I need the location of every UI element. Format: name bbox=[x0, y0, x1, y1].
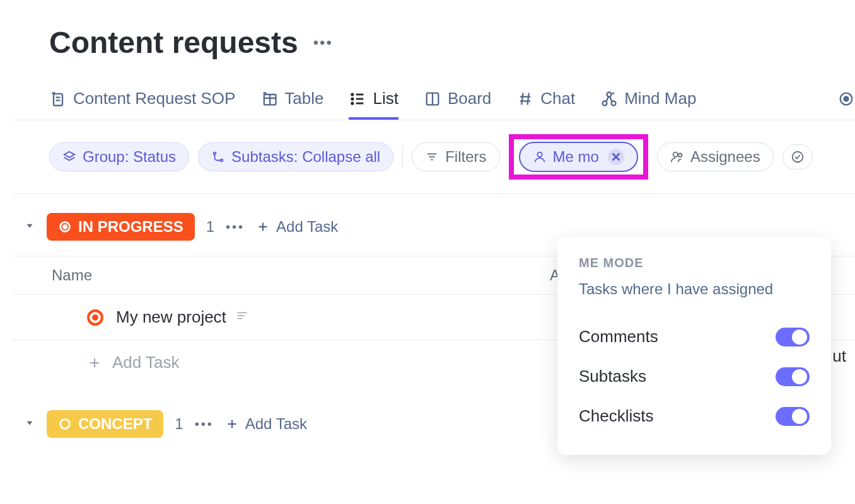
toggle-checklists: Checklists bbox=[579, 396, 810, 436]
popover-subtitle: Tasks where I have assigned bbox=[579, 280, 810, 298]
group-chip[interactable]: Group: Status bbox=[49, 142, 189, 171]
svg-point-20 bbox=[607, 92, 612, 96]
more-icon[interactable]: ••• bbox=[195, 417, 214, 432]
tab-mind-map[interactable]: Mind Map bbox=[600, 89, 696, 108]
more-icon[interactable]: ••• bbox=[226, 220, 245, 234]
hash-icon bbox=[516, 90, 534, 108]
page-header: Content requests ••• bbox=[13, 25, 855, 60]
cutoff-text: ut bbox=[832, 346, 846, 366]
svg-point-36 bbox=[792, 152, 803, 163]
mindmap-icon bbox=[600, 90, 618, 108]
filter-icon bbox=[425, 150, 439, 164]
plus-icon bbox=[256, 220, 270, 234]
task-status-icon[interactable] bbox=[87, 309, 103, 326]
status-badge-in-progress[interactable]: IN PROGRESS bbox=[47, 213, 195, 241]
toggle-subtasks: Subtasks bbox=[579, 357, 810, 396]
check-circle-icon bbox=[791, 150, 805, 164]
doc-pinned-icon bbox=[49, 90, 67, 108]
svg-rect-0 bbox=[54, 93, 62, 105]
more-icon[interactable]: ••• bbox=[313, 34, 333, 52]
task-name[interactable]: My new project bbox=[116, 307, 444, 327]
collapse-caret[interactable] bbox=[24, 417, 35, 431]
group-count: 1 bbox=[206, 218, 214, 236]
filters-row: Group: Status Subtasks: Collapse all Fil… bbox=[13, 120, 855, 194]
svg-point-7 bbox=[352, 98, 353, 99]
plus-icon bbox=[87, 355, 102, 370]
divider bbox=[402, 146, 403, 168]
svg-marker-25 bbox=[64, 152, 75, 158]
svg-line-16 bbox=[521, 93, 523, 105]
col-name: Name bbox=[52, 266, 550, 284]
people-icon bbox=[670, 150, 684, 164]
subtask-icon bbox=[211, 150, 225, 164]
collapse-caret[interactable] bbox=[24, 220, 35, 234]
layers-icon bbox=[62, 150, 76, 164]
toggle-switch[interactable] bbox=[776, 367, 810, 386]
svg-point-8 bbox=[352, 102, 353, 103]
view-tabs: Content Request SOP Table List Board Cha… bbox=[13, 89, 855, 120]
svg-line-17 bbox=[528, 93, 529, 105]
check-chip[interactable] bbox=[782, 144, 813, 169]
status-circle-icon bbox=[58, 220, 72, 234]
svg-marker-47 bbox=[27, 421, 33, 425]
add-task-button[interactable]: Add Task bbox=[256, 218, 338, 236]
description-icon bbox=[235, 307, 249, 327]
table-pinned-icon bbox=[260, 90, 278, 108]
tab-board[interactable]: Board bbox=[424, 89, 491, 108]
status-circle-icon bbox=[58, 417, 72, 431]
svg-point-27 bbox=[221, 159, 223, 162]
svg-marker-37 bbox=[27, 224, 33, 228]
me-mode-highlight: Me mo bbox=[509, 134, 648, 180]
svg-line-21 bbox=[607, 96, 609, 101]
tab-table[interactable]: Table bbox=[260, 89, 323, 108]
subtasks-chip[interactable]: Subtasks: Collapse all bbox=[198, 142, 393, 171]
filters-chip[interactable]: Filters bbox=[412, 142, 499, 171]
svg-point-48 bbox=[61, 420, 70, 429]
toggle-switch[interactable] bbox=[776, 328, 810, 346]
tab-content-request-sop[interactable]: Content Request SOP bbox=[49, 89, 235, 108]
popover-title: ME MODE bbox=[579, 256, 810, 270]
svg-point-31 bbox=[537, 152, 542, 157]
person-icon bbox=[533, 150, 547, 164]
status-badge-concept[interactable]: CONCEPT bbox=[47, 410, 163, 438]
list-icon bbox=[349, 90, 366, 108]
plus-icon bbox=[225, 417, 239, 431]
add-task-button[interactable]: Add Task bbox=[225, 415, 307, 433]
close-icon[interactable] bbox=[608, 149, 624, 165]
tab-list[interactable]: List bbox=[349, 89, 398, 108]
tab-more-location[interactable] bbox=[837, 90, 855, 108]
toggle-comments: Comments bbox=[579, 317, 810, 357]
svg-point-24 bbox=[844, 96, 849, 101]
svg-line-22 bbox=[610, 96, 612, 101]
location-icon bbox=[837, 90, 855, 108]
svg-point-6 bbox=[352, 93, 353, 94]
svg-point-26 bbox=[214, 152, 216, 155]
toggle-switch[interactable] bbox=[776, 407, 810, 426]
page-title: Content requests bbox=[49, 25, 298, 60]
group-count: 1 bbox=[175, 415, 183, 433]
svg-point-34 bbox=[673, 152, 677, 157]
tab-chat[interactable]: Chat bbox=[516, 89, 575, 108]
svg-point-39 bbox=[63, 225, 67, 229]
svg-point-35 bbox=[678, 154, 682, 158]
board-icon bbox=[424, 90, 441, 108]
assignees-chip[interactable]: Assignees bbox=[657, 142, 774, 171]
me-mode-popover: ME MODE Tasks where I have assigned Comm… bbox=[557, 237, 831, 453]
me-mode-chip[interactable]: Me mo bbox=[519, 142, 638, 172]
